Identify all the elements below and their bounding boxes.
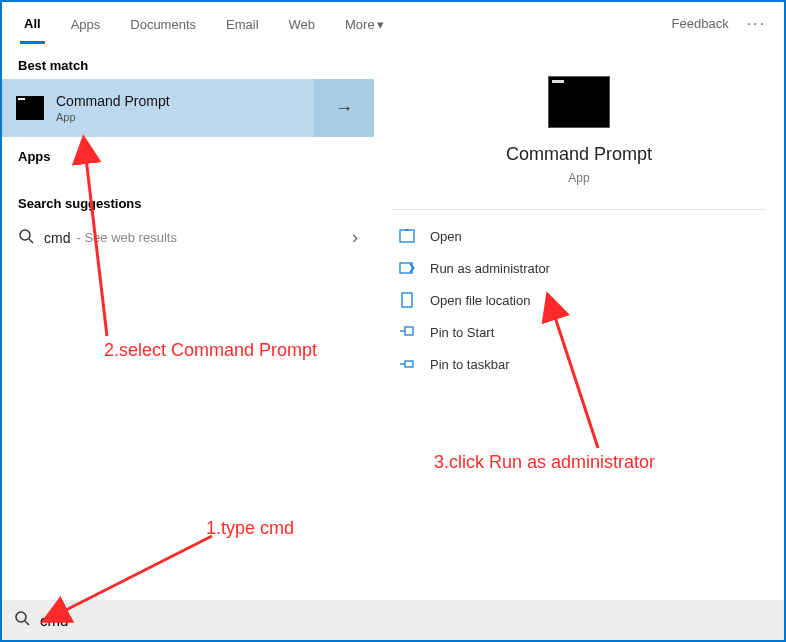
search-suggestions-heading: Search suggestions xyxy=(2,184,374,217)
svg-rect-4 xyxy=(402,293,412,307)
chevron-right-icon: › xyxy=(352,227,358,248)
suggestion-query: cmd xyxy=(44,230,70,246)
preview-panel: Command Prompt App Open Run as administr… xyxy=(374,46,784,600)
tab-web[interactable]: Web xyxy=(285,5,320,42)
open-icon xyxy=(398,228,416,244)
tab-more[interactable]: More ▾ xyxy=(341,5,388,42)
svg-line-10 xyxy=(25,621,29,625)
svg-rect-2 xyxy=(400,230,414,242)
pin-start-icon xyxy=(398,324,416,340)
action-run-admin[interactable]: Run as administrator xyxy=(392,252,766,284)
results-panel: Best match Command Prompt App → Apps Sea… xyxy=(2,46,374,600)
tab-email[interactable]: Email xyxy=(222,5,263,42)
best-match-item[interactable]: Command Prompt App → xyxy=(2,79,374,137)
command-prompt-icon xyxy=(16,96,44,120)
action-open-location-label: Open file location xyxy=(430,293,530,308)
tab-documents[interactable]: Documents xyxy=(126,5,200,42)
suggestion-hint: - See web results xyxy=(76,230,176,245)
search-icon xyxy=(14,610,30,630)
action-run-admin-label: Run as administrator xyxy=(430,261,550,276)
best-match-heading: Best match xyxy=(2,46,374,79)
svg-point-0 xyxy=(20,230,30,240)
search-suggestion-item[interactable]: cmd - See web results › xyxy=(2,217,374,258)
action-open-location[interactable]: Open file location xyxy=(392,284,766,316)
tab-apps[interactable]: Apps xyxy=(67,5,105,42)
pin-taskbar-icon xyxy=(398,356,416,372)
search-input[interactable] xyxy=(40,612,772,629)
action-open[interactable]: Open xyxy=(392,220,766,252)
tabs-bar: All Apps Documents Email Web More ▾ Feed… xyxy=(2,2,784,46)
svg-rect-7 xyxy=(405,361,413,367)
search-icon xyxy=(18,228,34,248)
command-prompt-large-icon xyxy=(548,76,610,128)
search-bar xyxy=(2,600,784,640)
tab-more-label: More xyxy=(345,17,375,32)
preview-subtitle: App xyxy=(392,171,766,185)
best-match-subtitle: App xyxy=(56,111,314,123)
shield-icon xyxy=(398,260,416,276)
apps-heading: Apps xyxy=(2,137,374,170)
action-pin-taskbar[interactable]: Pin to taskbar xyxy=(392,348,766,380)
more-menu-icon[interactable]: ··· xyxy=(747,15,766,33)
divider xyxy=(392,209,766,210)
svg-rect-5 xyxy=(405,327,413,335)
action-open-label: Open xyxy=(430,229,462,244)
best-match-title: Command Prompt xyxy=(56,93,314,109)
tab-all[interactable]: All xyxy=(20,4,45,44)
folder-icon xyxy=(398,292,416,308)
action-pin-start[interactable]: Pin to Start xyxy=(392,316,766,348)
svg-line-1 xyxy=(29,239,33,243)
feedback-link[interactable]: Feedback xyxy=(672,16,729,31)
action-pin-start-label: Pin to Start xyxy=(430,325,494,340)
svg-point-9 xyxy=(16,612,26,622)
expand-arrow-icon[interactable]: → xyxy=(314,79,374,137)
caret-down-icon: ▾ xyxy=(377,17,384,32)
action-pin-taskbar-label: Pin to taskbar xyxy=(430,357,510,372)
preview-title: Command Prompt xyxy=(392,144,766,165)
